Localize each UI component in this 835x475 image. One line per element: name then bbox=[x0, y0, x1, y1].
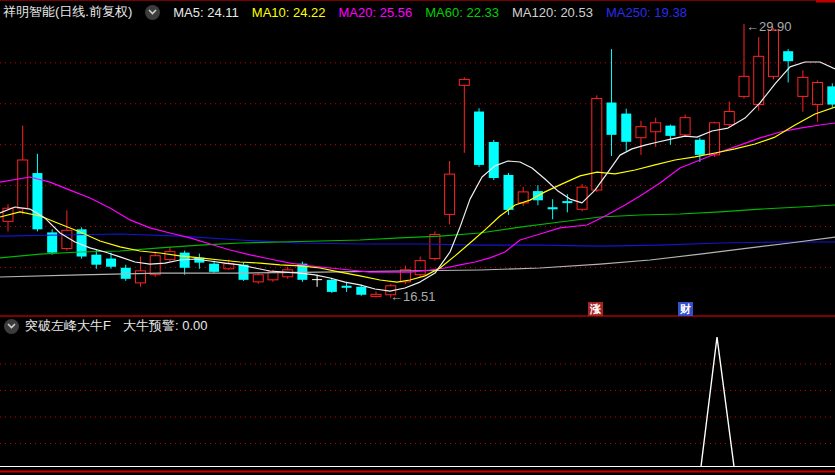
candle bbox=[474, 108, 484, 167]
candle bbox=[62, 210, 72, 250]
ma-line-ma250 bbox=[0, 234, 835, 246]
ma-line-ma60 bbox=[0, 205, 835, 258]
candle bbox=[47, 229, 57, 254]
candle bbox=[489, 140, 499, 180]
candle bbox=[135, 257, 145, 287]
candle bbox=[592, 95, 602, 192]
ma20-legend: MA20: 25.56 bbox=[339, 5, 413, 20]
candle bbox=[253, 273, 263, 284]
top-right-marker bbox=[816, 0, 835, 3]
stock-title[interactable]: 祥明智能(日线.前复权) bbox=[3, 3, 132, 21]
ma250-legend: MA250: 19.38 bbox=[606, 5, 687, 20]
candle bbox=[459, 77, 469, 152]
ma60-legend: MA60: 22.33 bbox=[425, 5, 499, 20]
indicator-value: 大牛预警: 0.00 bbox=[123, 317, 208, 335]
candle bbox=[710, 122, 720, 157]
candle bbox=[813, 80, 823, 121]
ma5-legend: MA5: 24.11 bbox=[173, 5, 239, 20]
candle bbox=[665, 125, 675, 145]
candle bbox=[503, 173, 513, 215]
candle bbox=[680, 115, 690, 137]
candle bbox=[827, 83, 835, 107]
stock-chart-window: ←29.90←16.51 祥明智能(日线.前复权) MA5: 24.11 MA1… bbox=[0, 0, 835, 475]
candle bbox=[18, 126, 28, 215]
indicator-name[interactable]: 突破左峰大牛F bbox=[25, 317, 111, 335]
candle bbox=[121, 265, 131, 281]
candle bbox=[621, 109, 631, 151]
candle bbox=[607, 49, 617, 156]
candle bbox=[194, 254, 204, 269]
candle bbox=[32, 154, 42, 232]
candle bbox=[371, 291, 381, 297]
indicator-spike bbox=[701, 337, 734, 467]
limit-up-news-badge[interactable]: 涨 bbox=[588, 302, 603, 316]
candle bbox=[91, 250, 101, 269]
ma10-legend: MA10: 24.22 bbox=[252, 5, 326, 20]
candle bbox=[768, 28, 778, 79]
candlestick-chart-canvas[interactable]: ←29.90←16.51 bbox=[0, 0, 835, 475]
price-annotation: ←16.51 bbox=[390, 289, 436, 304]
candle bbox=[180, 251, 190, 275]
ma120-legend: MA120: 20.53 bbox=[512, 5, 593, 20]
chevron-down-icon[interactable] bbox=[145, 5, 160, 20]
indicator-header: 突破左峰大牛F 大牛预警: 0.00 bbox=[4, 318, 207, 334]
candle bbox=[577, 184, 587, 211]
candle bbox=[739, 24, 749, 98]
candle bbox=[798, 70, 808, 111]
chart-header: 祥明智能(日线.前复权) MA5: 24.11 MA10: 24.22 MA20… bbox=[3, 3, 687, 21]
ma-line-ma5 bbox=[0, 62, 835, 291]
price-annotation: ←29.90 bbox=[746, 19, 792, 34]
candle bbox=[724, 102, 734, 127]
candle bbox=[636, 121, 646, 155]
candle bbox=[548, 199, 558, 219]
candle bbox=[445, 161, 455, 224]
candle bbox=[415, 257, 425, 277]
chevron-down-icon[interactable] bbox=[4, 319, 19, 334]
financial-report-badge[interactable]: 财 bbox=[678, 302, 693, 316]
